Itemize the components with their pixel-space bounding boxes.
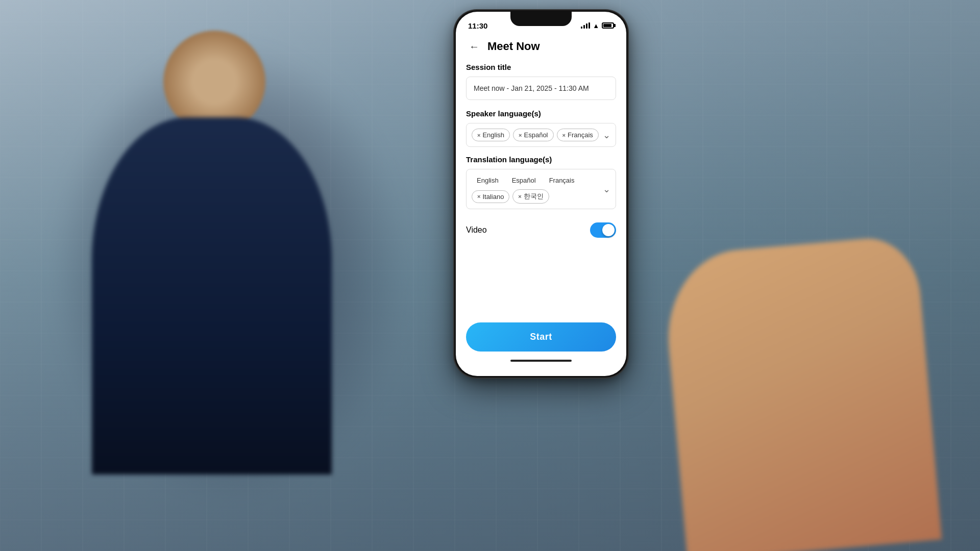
translation-languages-section: Translation language(s) English Español … [466, 155, 616, 209]
page-title: Meet Now [487, 40, 540, 53]
person-body [92, 117, 332, 474]
speaker-tag-espanol-text: Español [524, 131, 548, 139]
translation-languages-label: Translation language(s) [466, 155, 616, 164]
remove-english-icon[interactable]: × [477, 132, 480, 138]
translation-tag-italiano[interactable]: × Italiano [472, 190, 509, 203]
signal-bar-2 [583, 25, 585, 29]
speaker-languages-box: × English × Español × Français ⌄ [466, 123, 616, 147]
signal-bar-1 [581, 27, 582, 29]
back-arrow-icon: ← [469, 41, 479, 53]
session-title-label: Session title [466, 63, 616, 71]
home-indicator [510, 360, 572, 362]
speaker-tag-english[interactable]: × English [472, 129, 510, 141]
toggle-knob [602, 224, 615, 236]
translation-languages-dropdown-icon[interactable]: ⌄ [603, 184, 610, 195]
video-label: Video [466, 226, 487, 235]
session-title-input[interactable] [466, 77, 616, 100]
status-time: 11:30 [468, 21, 487, 30]
translation-tag-francais-text: Français [549, 177, 575, 184]
speaker-tag-francais-text: Français [568, 131, 593, 139]
battery-icon [602, 22, 614, 29]
video-toggle[interactable] [590, 222, 616, 238]
translation-tag-korean-text: 한국인 [524, 192, 544, 201]
remove-italiano-icon[interactable]: × [477, 193, 480, 199]
phone-screen: 11:30 ▲ [456, 12, 626, 376]
translation-tag-espanol: Español [507, 174, 541, 186]
remove-korean-icon[interactable]: × [518, 193, 521, 199]
status-icons: ▲ [581, 22, 614, 30]
speaker-tag-francais[interactable]: × Français [557, 129, 599, 141]
video-row: Video [466, 217, 616, 243]
signal-bar-3 [586, 23, 587, 29]
spacer [466, 243, 616, 322]
battery-fill [603, 24, 611, 27]
speaker-tag-english-text: English [482, 131, 504, 139]
speaker-languages-dropdown-icon[interactable]: ⌄ [603, 130, 610, 141]
translation-tag-francais: Français [544, 174, 580, 186]
back-button[interactable]: ← [466, 38, 482, 55]
hand [661, 234, 942, 551]
translation-languages-box: English Español Français × Italiano [466, 169, 616, 209]
translation-tag-english-text: English [477, 177, 499, 184]
translation-tag-korean[interactable]: × 한국인 [512, 189, 549, 204]
wifi-icon: ▲ [593, 22, 599, 30]
signal-bar-4 [589, 22, 590, 29]
speaker-tag-espanol[interactable]: × Español [513, 129, 553, 141]
translation-tag-english: English [472, 174, 504, 186]
signal-bars-icon [581, 22, 590, 29]
speaker-languages-section: Speaker language(s) × English × Español … [466, 109, 616, 147]
phone-notch [510, 12, 572, 26]
speaker-languages-label: Speaker language(s) [466, 109, 616, 118]
phone-device: 11:30 ▲ [454, 10, 628, 378]
remove-espanol-icon[interactable]: × [519, 132, 522, 138]
remove-francais-icon[interactable]: × [562, 132, 566, 138]
start-button[interactable]: Start [466, 322, 616, 352]
phone-wrapper: 11:30 ▲ [454, 10, 628, 378]
page-header: ← Meet Now [466, 34, 616, 63]
translation-tag-italiano-text: Italiano [482, 193, 504, 201]
screen-content: ← Meet Now Session title Speaker languag… [456, 34, 626, 376]
translation-tag-espanol-text: Español [512, 177, 536, 184]
